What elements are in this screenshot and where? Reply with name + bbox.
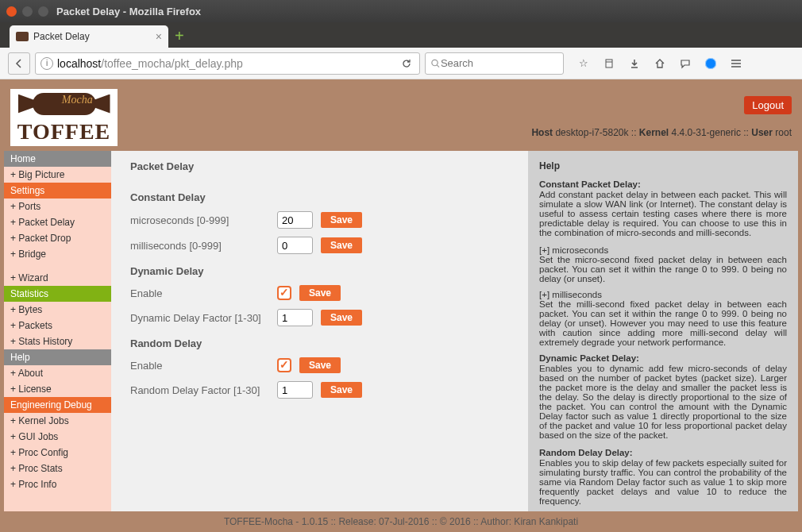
save-random-factor-button[interactable]: Save — [321, 382, 362, 398]
sidebar-header-home[interactable]: Home — [4, 151, 111, 167]
sidebar-item-bridge[interactable]: + Bridge — [4, 246, 111, 262]
sidebar-item-packets[interactable]: + Packets — [4, 318, 111, 333]
help-milli-title: [+] milliseconds — [539, 290, 602, 299]
sidebar-header-settings[interactable]: Settings — [4, 183, 111, 199]
search-bar[interactable] — [425, 52, 564, 75]
help-milli-body: Set the milli-second fixed packet delay … — [539, 299, 787, 347]
logo[interactable]: Mocha TOFFEE — [10, 89, 118, 146]
window-titlebar: Packet Delay - Mozilla Firefox — [0, 0, 802, 22]
window-maximize-button[interactable] — [38, 6, 48, 17]
sidebar-item-proc-info[interactable]: + Proc Info — [4, 476, 111, 492]
help-rand-body: Enables you to skip delay of few packets… — [539, 458, 787, 506]
page-header: Mocha TOFFEE Logout Host desktop-i7-5820… — [4, 83, 798, 151]
sidebar-item-bytes[interactable]: + Bytes — [4, 302, 111, 318]
browser-tab[interactable]: Packet Delay × — [10, 25, 168, 48]
svg-line-1 — [437, 64, 439, 67]
help-panel: Help Constant Packet Delay: Add constant… — [528, 151, 798, 511]
url-bar[interactable]: i localhost/toffee_mocha/pkt_delay.php — [35, 52, 420, 75]
page-title: Packet Delay — [130, 160, 509, 172]
random-factor-input[interactable] — [277, 381, 313, 399]
back-button[interactable] — [8, 52, 30, 75]
tab-favicon — [16, 32, 29, 41]
chat-icon[interactable] — [678, 56, 692, 71]
random-factor-label: Random Delay Factor [1-30] — [130, 384, 269, 396]
sidebar-item-gui-jobs[interactable]: + GUI Jobs — [4, 429, 111, 445]
sidebar-item-proc-stats[interactable]: + Proc Stats — [4, 461, 111, 476]
window-close-button[interactable] — [6, 6, 17, 17]
dynamic-enable-label: Enable — [130, 287, 269, 299]
microseconds-label: microseconds [0-999] — [130, 214, 269, 226]
save-microseconds-button[interactable]: Save — [321, 212, 362, 228]
help-const-title: Constant Packet Delay: — [539, 179, 787, 189]
sidebar-item-wizard[interactable]: + Wizard — [4, 270, 111, 286]
help-title: Help — [539, 160, 787, 172]
sidebar-header-eng-debug[interactable]: Engineering Debug — [4, 397, 111, 413]
help-const-body: Add constant packet delay in between eac… — [539, 190, 787, 237]
section-constant-delay: Constant Delay — [130, 191, 509, 203]
save-dynamic-factor-button[interactable]: Save — [321, 310, 362, 326]
sidebar-item-ports[interactable]: + Ports — [4, 199, 111, 214]
help-dyn-title: Dynamic Packet Delay: — [539, 353, 787, 363]
sidebar-header-help[interactable]: Help — [4, 349, 111, 365]
window-title: Packet Delay - Mozilla Firefox — [56, 6, 201, 17]
save-dynamic-enable-button[interactable]: Save — [299, 285, 341, 301]
random-enable-label: Enable — [130, 360, 269, 372]
new-tab-button[interactable]: + — [175, 27, 184, 45]
page-body: Mocha TOFFEE Logout Host desktop-i7-5820… — [0, 79, 802, 532]
sidebar-item-stats-history[interactable]: + Stats History — [4, 333, 111, 349]
logout-button[interactable]: Logout — [744, 96, 792, 114]
search-icon — [430, 58, 441, 69]
globe-icon[interactable] — [704, 56, 718, 71]
random-enable-checkbox[interactable] — [277, 358, 291, 372]
window-minimize-button[interactable] — [22, 6, 33, 17]
tab-title: Packet Delay — [33, 31, 90, 42]
svg-point-0 — [432, 60, 438, 65]
site-info-icon[interactable]: i — [40, 57, 53, 70]
dynamic-enable-checkbox[interactable] — [277, 286, 291, 300]
help-micro-body: Set the micro-second fixed packet delay … — [539, 255, 787, 283]
milliseconds-input[interactable] — [277, 237, 313, 254]
dynamic-factor-label: Dynamic Delay Factor [1-30] — [130, 312, 269, 324]
downloads-icon[interactable] — [627, 56, 642, 71]
svg-rect-2 — [606, 60, 612, 67]
save-milliseconds-button[interactable]: Save — [321, 237, 362, 253]
sidebar-item-big-picture[interactable]: + Big Picture — [4, 167, 111, 183]
bookmark-icon[interactable]: ☆ — [576, 56, 591, 71]
main-content: Packet Delay Constant Delay microseconds… — [111, 151, 528, 511]
sidebar-header-statistics[interactable]: Statistics — [4, 286, 111, 302]
help-dyn-body: Enables you to dynamic add few micro-sec… — [539, 364, 787, 440]
menu-icon[interactable] — [729, 56, 743, 71]
library-icon[interactable] — [602, 56, 616, 71]
home-icon[interactable] — [653, 56, 667, 71]
sidebar-item-kernel-jobs[interactable]: + Kernel Jobs — [4, 413, 111, 429]
sidebar-item-packet-drop[interactable]: + Packet Drop — [4, 230, 111, 246]
section-random-delay: Random Delay — [130, 337, 509, 349]
page-footer: TOFFEE-Mocha - 1.0.15 :: Release: 07-Jul… — [4, 511, 798, 532]
browser-navbar: i localhost/toffee_mocha/pkt_delay.php ☆ — [0, 48, 802, 79]
microseconds-input[interactable] — [277, 211, 313, 229]
search-input[interactable] — [441, 57, 558, 69]
help-rand-title: Random Delay Delay: — [539, 448, 787, 457]
reload-icon[interactable] — [399, 56, 414, 71]
dynamic-factor-input[interactable] — [277, 309, 313, 326]
help-micro-title: [+] microseconds — [539, 245, 608, 255]
section-dynamic-delay: Dynamic Delay — [130, 265, 509, 277]
save-random-enable-button[interactable]: Save — [299, 357, 341, 373]
sidebar-item-about[interactable]: + About — [4, 365, 111, 381]
sidebar: Home + Big Picture Settings + Ports + Pa… — [4, 151, 111, 511]
host-info: Host desktop-i7-5820k :: Kernel 4.4.0-31… — [531, 127, 792, 138]
url-text: localhost/toffee_mocha/pkt_delay.php — [57, 57, 399, 70]
sidebar-item-license[interactable]: + License — [4, 381, 111, 397]
sidebar-item-proc-config[interactable]: + Proc Config — [4, 445, 111, 461]
sidebar-item-packet-delay[interactable]: + Packet Delay — [4, 214, 111, 230]
milliseconds-label: milliseconds [0-999] — [130, 240, 269, 252]
browser-tabstrip: Packet Delay × + — [0, 22, 802, 48]
tab-close-icon[interactable]: × — [156, 30, 162, 43]
